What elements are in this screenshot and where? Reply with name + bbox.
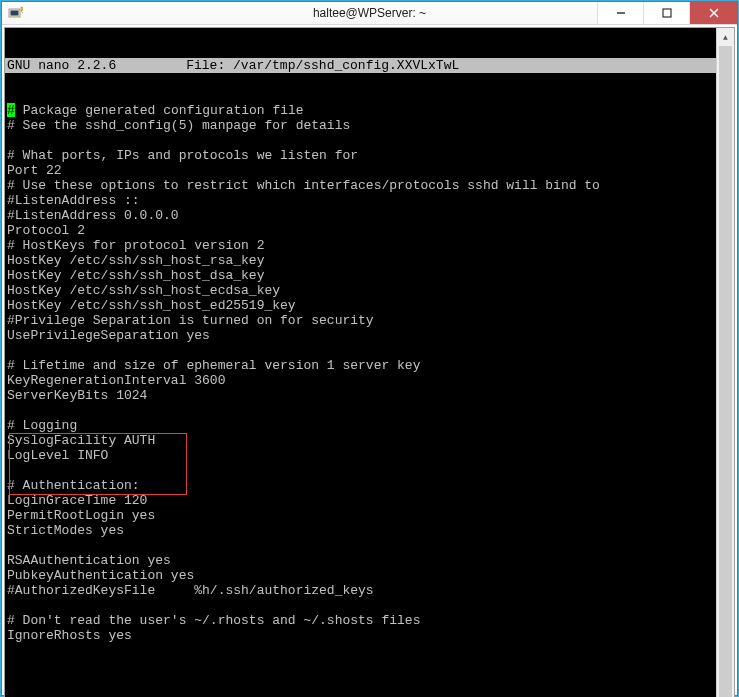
file-line[interactable]	[7, 643, 714, 658]
window-title: haltee@WPServer: ~	[313, 6, 426, 20]
nano-header: GNU nano 2.2.6 File: /var/tmp/sshd_confi…	[5, 58, 716, 73]
cursor: #	[7, 103, 15, 117]
svg-rect-2	[21, 7, 23, 11]
scroll-up-icon[interactable]: ▲	[717, 28, 734, 46]
svg-rect-4	[663, 9, 671, 17]
file-line[interactable]: UsePrivilegeSeparation yes	[7, 328, 714, 343]
nano-version: GNU nano 2.2.6	[7, 58, 116, 73]
svg-rect-1	[11, 11, 19, 16]
file-line[interactable]: StrictModes yes	[7, 523, 714, 538]
file-line[interactable]: HostKey /etc/ssh/ssh_host_ecdsa_key	[7, 283, 714, 298]
file-line[interactable]: # See the sshd_config(5) manpage for det…	[7, 118, 714, 133]
minimize-button[interactable]	[597, 2, 643, 24]
file-line[interactable]	[7, 133, 714, 148]
file-line[interactable]: #ListenAddress ::	[7, 193, 714, 208]
file-line[interactable]	[7, 343, 714, 358]
file-line[interactable]: # Package generated configuration file	[7, 103, 714, 118]
file-line[interactable]	[7, 598, 714, 613]
close-button[interactable]	[689, 2, 737, 24]
scroll-thumb[interactable]	[719, 46, 732, 697]
file-line[interactable]: HostKey /etc/ssh/ssh_host_ed25519_key	[7, 298, 714, 313]
file-line[interactable]: # Lifetime and size of ephemeral version…	[7, 358, 714, 373]
terminal-wrap: GNU nano 2.2.6 File: /var/tmp/sshd_confi…	[4, 27, 735, 697]
file-line[interactable]	[7, 463, 714, 478]
file-line[interactable]	[7, 538, 714, 553]
file-line[interactable]: ServerKeyBits 1024	[7, 388, 714, 403]
file-line[interactable]: Port 22	[7, 163, 714, 178]
file-line[interactable]: PermitRootLogin yes	[7, 508, 714, 523]
file-line[interactable]: #ListenAddress 0.0.0.0	[7, 208, 714, 223]
file-line[interactable]: #Privilege Separation is turned on for s…	[7, 313, 714, 328]
file-line[interactable]: HostKey /etc/ssh/ssh_host_rsa_key	[7, 253, 714, 268]
file-line[interactable]: LogLevel INFO	[7, 448, 714, 463]
window-controls	[597, 2, 737, 24]
terminal-window: haltee@WPServer: ~ GNU nano 2.2.6 File: …	[1, 1, 738, 696]
file-line[interactable]: PubkeyAuthentication yes	[7, 568, 714, 583]
file-line[interactable]: #AuthorizedKeysFile %h/.ssh/authorized_k…	[7, 583, 714, 598]
titlebar[interactable]: haltee@WPServer: ~	[2, 2, 737, 25]
putty-icon	[8, 5, 24, 21]
file-line[interactable]: RSAAuthentication yes	[7, 553, 714, 568]
terminal[interactable]: GNU nano 2.2.6 File: /var/tmp/sshd_confi…	[5, 28, 716, 697]
file-line[interactable]: # Don't read the user's ~/.rhosts and ~/…	[7, 613, 714, 628]
file-line[interactable]: # Authentication:	[7, 478, 714, 493]
file-line[interactable]: IgnoreRhosts yes	[7, 628, 714, 643]
file-line[interactable]	[7, 403, 714, 418]
file-line[interactable]: SyslogFacility AUTH	[7, 433, 714, 448]
terminal-body[interactable]: # Package generated configuration file# …	[5, 103, 716, 658]
file-line[interactable]: # Use these options to restrict which in…	[7, 178, 714, 193]
file-line[interactable]: # HostKeys for protocol version 2	[7, 238, 714, 253]
maximize-button[interactable]	[643, 2, 689, 24]
file-line[interactable]: # What ports, IPs and protocols we liste…	[7, 148, 714, 163]
file-line[interactable]: Protocol 2	[7, 223, 714, 238]
scrollbar[interactable]: ▲ ▼	[716, 28, 734, 697]
nano-file: File: /var/tmp/sshd_config.XXVLxTwL	[186, 58, 459, 73]
file-line[interactable]: KeyRegenerationInterval 3600	[7, 373, 714, 388]
file-line[interactable]: # Logging	[7, 418, 714, 433]
file-line[interactable]: HostKey /etc/ssh/ssh_host_dsa_key	[7, 268, 714, 283]
file-line[interactable]: LoginGraceTime 120	[7, 493, 714, 508]
